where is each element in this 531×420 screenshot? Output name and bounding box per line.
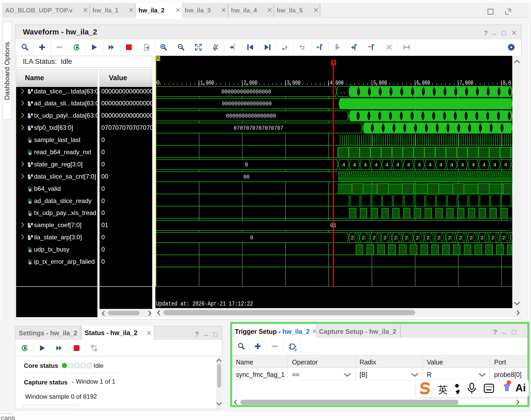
svg-text:4: 4 — [407, 162, 410, 168]
svg-text:|4,000: |4,000 — [327, 80, 344, 86]
svg-text:4: 4 — [396, 162, 399, 168]
svg-text:0000000000000000: 0000000000000000 — [226, 113, 276, 119]
svg-text:4: 4 — [428, 162, 432, 168]
svg-text:2: 2 — [448, 235, 451, 241]
svg-text:0: 0 — [245, 162, 248, 168]
svg-text:2: 2 — [491, 235, 495, 241]
svg-text:|2,000: |2,000 — [241, 80, 257, 86]
svg-text:2: 2 — [394, 235, 397, 241]
svg-text:|7,000: |7,000 — [457, 80, 473, 86]
svg-text:4: 4 — [364, 162, 367, 168]
svg-text:2: 2 — [480, 235, 484, 241]
svg-text:4: 4 — [461, 162, 464, 168]
svg-text:2: 2 — [372, 235, 376, 241]
svg-text:4: 4 — [472, 162, 475, 168]
svg-text:|5,000: |5,000 — [370, 80, 387, 86]
svg-text:|6,000: |6,000 — [414, 80, 430, 86]
svg-text:2: 2 — [351, 235, 354, 241]
svg-text:4: 4 — [374, 162, 378, 168]
svg-text:0: 0 — [156, 80, 160, 86]
svg-text:4: 4 — [417, 162, 421, 168]
svg-text:00: 00 — [243, 174, 250, 180]
svg-text:|8,0: |8,0 — [500, 80, 511, 86]
svg-text:4: 4 — [493, 162, 497, 168]
svg-text:4: 4 — [439, 162, 443, 168]
svg-text:4: 4 — [385, 162, 389, 168]
svg-text:4: 4 — [353, 162, 356, 168]
svg-text:4: 4 — [482, 162, 486, 168]
svg-text:2: 2 — [469, 235, 473, 241]
svg-text:2: 2 — [405, 235, 408, 241]
svg-text:Updated at: 2026-Apr-21 17:12:: Updated at: 2026-Apr-21 17:12:22 — [156, 301, 253, 307]
svg-text:4: 4 — [450, 162, 453, 168]
svg-text:..: .. — [340, 89, 346, 95]
svg-text:2: 2 — [502, 235, 505, 241]
svg-text:|1,000: |1,000 — [197, 80, 214, 86]
svg-text:2: 2 — [416, 235, 419, 241]
svg-text:|3,000: |3,000 — [284, 80, 301, 86]
svg-text:2: 2 — [459, 235, 462, 241]
svg-text:0000000000000000: 0000000000000000 — [221, 89, 271, 95]
svg-text:2: 2 — [383, 235, 387, 241]
svg-text:0: 0 — [250, 235, 253, 241]
svg-text:2: 2 — [362, 235, 365, 241]
svg-text:2: 2 — [437, 235, 441, 241]
svg-text:4: 4 — [504, 162, 507, 168]
svg-text:0000000000000000: 0000000000000000 — [222, 101, 272, 107]
svg-text:2: 2 — [426, 235, 430, 241]
svg-text:4: 4 — [342, 162, 345, 168]
svg-text:0707070707070707: 0707070707070707 — [234, 125, 283, 132]
